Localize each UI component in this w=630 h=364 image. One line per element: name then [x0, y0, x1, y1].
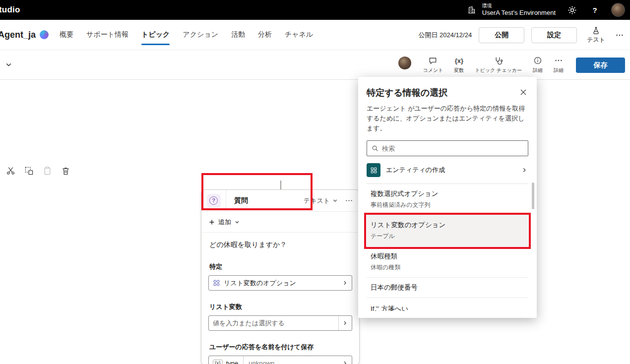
user-avatar[interactable] — [611, 3, 625, 17]
copilot-studio-app: tudio 環境 UserA Test's Environment ? Agen… — [0, 0, 630, 364]
add-content-button[interactable]: 追加 — [201, 212, 359, 233]
agent-header-right: 公開日 2024/12/24 公開 設定 テスト — [418, 20, 624, 50]
entity-item-clipped[interactable]: Ifこ方箋へい — [367, 298, 528, 311]
settings-button[interactable]: 設定 — [531, 27, 577, 43]
tab-support[interactable]: サポート情報 — [86, 20, 128, 50]
search-input[interactable] — [382, 145, 523, 152]
delete-trash-icon[interactable] — [60, 165, 71, 176]
details-info-button[interactable]: 詳細 — [528, 54, 547, 76]
question-type-value: テキスト — [304, 196, 330, 205]
add-label: 追加 — [218, 218, 231, 227]
chevron-right-icon[interactable] — [342, 280, 348, 286]
save-button[interactable]: 保存 — [576, 58, 625, 73]
node-body: どの休暇を取りますか？ 特定 リスト変数のオプション リスト変数 値を入力または… — [201, 233, 359, 364]
details-more-button[interactable]: 詳細 — [549, 54, 568, 76]
environment-text: 環境 UserA Test's Environment — [482, 3, 556, 17]
paste-clipboard-icon[interactable] — [42, 165, 53, 176]
info-icon — [533, 56, 542, 65]
entity-search[interactable] — [367, 140, 528, 156]
top-bar-right: 環境 UserA Test's Environment ? — [465, 0, 625, 20]
identify-value: リスト変数のオプション — [224, 279, 296, 288]
search-icon — [372, 145, 378, 152]
save-response-field[interactable]: {x} type unknown — [208, 356, 352, 364]
create-entity-button[interactable]: エンティティの作成 — [367, 156, 528, 184]
settings-gear-icon[interactable] — [566, 3, 578, 16]
copy-icon[interactable] — [23, 165, 34, 176]
comments-button[interactable]: コメント — [418, 54, 447, 76]
entity-selection-panel: 特定する情報の選択 エージェント がユーザーの応答から特定の情報を取得するために… — [358, 77, 537, 318]
more-dots-icon — [554, 56, 563, 65]
canvas-edit-toolbar — [5, 165, 71, 176]
panel-scrollbar[interactable] — [532, 182, 534, 209]
topic-checker-button[interactable]: トピック チェッカー — [470, 54, 526, 76]
collaborator-avatar[interactable] — [398, 57, 411, 69]
flask-icon — [592, 26, 600, 35]
copilot-icon[interactable] — [40, 30, 49, 39]
connector-line — [280, 181, 281, 189]
node-title: 質問 — [234, 196, 248, 205]
question-node-1-header[interactable]: ? 質問 テキスト — [201, 190, 359, 212]
chevron-right-icon — [521, 167, 527, 173]
collapse-chevron-down-icon[interactable] — [5, 61, 12, 68]
variables-button[interactable]: {x} 変数 — [449, 54, 468, 76]
create-entity-label: エンティティの作成 — [386, 166, 445, 175]
list-variable-placeholder: 値を入力または選択する — [213, 319, 285, 328]
details-info-label: 詳細 — [533, 67, 543, 74]
chevron-down-icon — [235, 220, 240, 225]
field-divider — [243, 356, 244, 364]
variable-name: type — [226, 360, 239, 364]
cut-scissors-icon[interactable] — [5, 165, 16, 176]
publish-date: 公開日 2024/12/24 — [418, 31, 472, 40]
environment-name: UserA Test's Environment — [482, 9, 556, 17]
comment-icon — [428, 56, 438, 65]
test-button[interactable]: テスト — [584, 26, 608, 44]
question-node-1: ? 質問 テキスト 追加 どの休暇を取りますか？ 特定 — [201, 189, 360, 364]
tab-actions[interactable]: アクション — [183, 20, 218, 50]
question-type-dropdown[interactable]: テキスト — [304, 196, 338, 205]
topic-checker-label: トピック チェッカー — [475, 67, 522, 74]
test-button-label: テスト — [587, 36, 605, 44]
question-message[interactable]: どの休暇を取りますか？ — [209, 241, 352, 249]
variable-type: unknown — [249, 360, 274, 364]
top-bar: tudio 環境 UserA Test's Environment ? — [0, 0, 630, 20]
topic-actions: コメント {x} 変数 トピック チェッカー 詳細 — [398, 54, 625, 76]
create-entity-icon — [367, 163, 380, 177]
entity-item-multiselect[interactable]: 複数選択式オプション 事前構築済みの文字列 — [367, 184, 528, 215]
chevron-right-icon[interactable] — [339, 320, 348, 326]
details-more-label: 詳細 — [554, 67, 564, 74]
entity-item-jp-postal-code[interactable]: 日本の郵便番号 — [367, 278, 528, 298]
publish-button[interactable]: 公開 — [479, 27, 524, 43]
identify-label: 特定 — [209, 262, 352, 271]
environment-icon — [465, 3, 478, 16]
variable-badge-icon: {x} — [213, 360, 223, 364]
chevron-right-icon[interactable] — [342, 361, 348, 364]
help-icon[interactable]: ? — [588, 3, 601, 16]
entity-item-vacation-type[interactable]: 休暇種類 休暇の種類 — [367, 246, 528, 278]
entity-icon — [213, 279, 220, 287]
variables-label: 変数 — [454, 67, 464, 74]
tab-analytics[interactable]: 分析 — [258, 20, 272, 50]
question-icon: ? — [207, 194, 221, 208]
identify-field[interactable]: リスト変数のオプション — [208, 275, 352, 291]
topic-toolbar: コメント {x} 変数 トピック チェッカー 詳細 — [0, 50, 630, 80]
node-more-icon[interactable] — [345, 196, 353, 205]
header-more-icon[interactable] — [615, 31, 624, 40]
save-response-label: ユーザーの応答を名前を付けて保存 — [209, 343, 352, 352]
question-icon-cell: ? — [201, 190, 226, 211]
tab-topics[interactable]: トピック — [141, 20, 170, 50]
panel-title: 特定する情報の選択 — [367, 87, 528, 99]
tab-channels[interactable]: チャネル — [285, 20, 313, 50]
agent-header: Agent_ja 概要 サポート情報 トピック アクション 活動 分析 チャネル… — [0, 20, 630, 50]
tab-activity[interactable]: 活動 — [231, 20, 245, 50]
panel-description: エージェント がユーザーの応答から特定の情報を取得するために、オプションまたはエ… — [367, 104, 528, 133]
list-variable-label: リスト変数 — [209, 303, 352, 311]
comments-label: コメント — [423, 67, 443, 74]
variables-icon: {x} — [455, 56, 463, 65]
tab-overview[interactable]: 概要 — [60, 20, 73, 50]
list-variable-field[interactable]: 値を入力または選択する — [208, 315, 352, 331]
agent-name: Agent_ja — [0, 30, 36, 40]
close-icon[interactable] — [518, 87, 529, 98]
entity-item-list-variable[interactable]: リスト変数のオプション テーブル — [367, 215, 528, 246]
environment-label: 環境 — [482, 3, 556, 9]
environment-switcher[interactable]: 環境 UserA Test's Environment — [465, 3, 556, 17]
